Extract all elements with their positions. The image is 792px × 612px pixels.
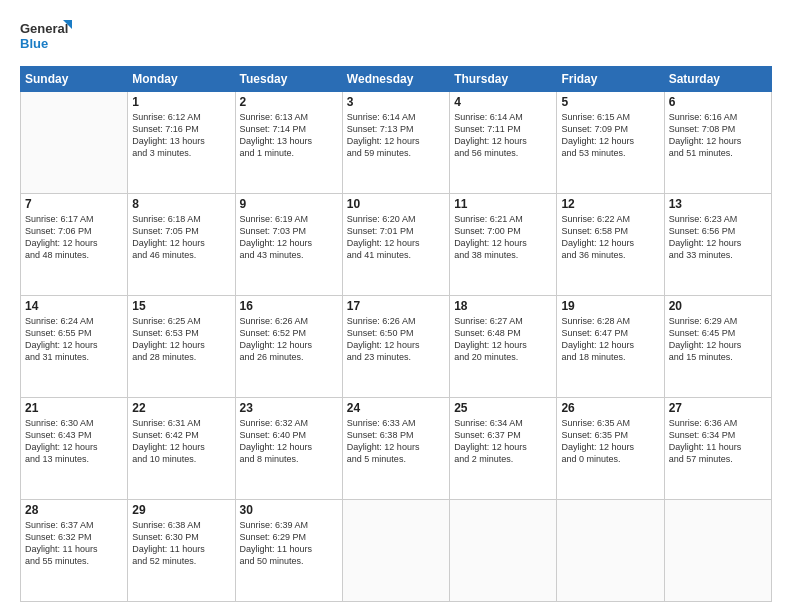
calendar-day-cell: 18Sunrise: 6:27 AMSunset: 6:48 PMDayligh…: [450, 296, 557, 398]
calendar-day-cell: [450, 500, 557, 602]
day-info: Sunrise: 6:34 AMSunset: 6:37 PMDaylight:…: [454, 417, 552, 466]
calendar-day-cell: 9Sunrise: 6:19 AMSunset: 7:03 PMDaylight…: [235, 194, 342, 296]
day-number: 3: [347, 95, 445, 109]
day-info: Sunrise: 6:12 AMSunset: 7:16 PMDaylight:…: [132, 111, 230, 160]
day-info: Sunrise: 6:17 AMSunset: 7:06 PMDaylight:…: [25, 213, 123, 262]
day-number: 26: [561, 401, 659, 415]
day-number: 18: [454, 299, 552, 313]
day-info: Sunrise: 6:26 AMSunset: 6:52 PMDaylight:…: [240, 315, 338, 364]
calendar-day-cell: 5Sunrise: 6:15 AMSunset: 7:09 PMDaylight…: [557, 92, 664, 194]
day-info: Sunrise: 6:15 AMSunset: 7:09 PMDaylight:…: [561, 111, 659, 160]
calendar-day-cell: 24Sunrise: 6:33 AMSunset: 6:38 PMDayligh…: [342, 398, 449, 500]
day-number: 30: [240, 503, 338, 517]
calendar-day-cell: 28Sunrise: 6:37 AMSunset: 6:32 PMDayligh…: [21, 500, 128, 602]
day-number: 12: [561, 197, 659, 211]
calendar-day-cell: [557, 500, 664, 602]
day-number: 21: [25, 401, 123, 415]
calendar-day-cell: 25Sunrise: 6:34 AMSunset: 6:37 PMDayligh…: [450, 398, 557, 500]
day-info: Sunrise: 6:23 AMSunset: 6:56 PMDaylight:…: [669, 213, 767, 262]
calendar-day-cell: 1Sunrise: 6:12 AMSunset: 7:16 PMDaylight…: [128, 92, 235, 194]
day-number: 22: [132, 401, 230, 415]
weekday-header: Wednesday: [342, 67, 449, 92]
day-info: Sunrise: 6:29 AMSunset: 6:45 PMDaylight:…: [669, 315, 767, 364]
calendar-day-cell: 3Sunrise: 6:14 AMSunset: 7:13 PMDaylight…: [342, 92, 449, 194]
day-number: 25: [454, 401, 552, 415]
day-number: 23: [240, 401, 338, 415]
calendar-week-row: 7Sunrise: 6:17 AMSunset: 7:06 PMDaylight…: [21, 194, 772, 296]
day-info: Sunrise: 6:14 AMSunset: 7:11 PMDaylight:…: [454, 111, 552, 160]
day-info: Sunrise: 6:36 AMSunset: 6:34 PMDaylight:…: [669, 417, 767, 466]
calendar-day-cell: 27Sunrise: 6:36 AMSunset: 6:34 PMDayligh…: [664, 398, 771, 500]
calendar-week-row: 14Sunrise: 6:24 AMSunset: 6:55 PMDayligh…: [21, 296, 772, 398]
svg-text:General: General: [20, 21, 68, 36]
calendar-day-cell: 2Sunrise: 6:13 AMSunset: 7:14 PMDaylight…: [235, 92, 342, 194]
day-number: 10: [347, 197, 445, 211]
calendar-header-row: SundayMondayTuesdayWednesdayThursdayFrid…: [21, 67, 772, 92]
day-info: Sunrise: 6:28 AMSunset: 6:47 PMDaylight:…: [561, 315, 659, 364]
day-info: Sunrise: 6:31 AMSunset: 6:42 PMDaylight:…: [132, 417, 230, 466]
calendar-day-cell: 23Sunrise: 6:32 AMSunset: 6:40 PMDayligh…: [235, 398, 342, 500]
day-number: 28: [25, 503, 123, 517]
calendar-day-cell: 29Sunrise: 6:38 AMSunset: 6:30 PMDayligh…: [128, 500, 235, 602]
day-number: 16: [240, 299, 338, 313]
calendar-day-cell: 15Sunrise: 6:25 AMSunset: 6:53 PMDayligh…: [128, 296, 235, 398]
day-info: Sunrise: 6:20 AMSunset: 7:01 PMDaylight:…: [347, 213, 445, 262]
day-number: 2: [240, 95, 338, 109]
day-number: 5: [561, 95, 659, 109]
weekday-header: Monday: [128, 67, 235, 92]
weekday-header: Sunday: [21, 67, 128, 92]
calendar-day-cell: [342, 500, 449, 602]
day-number: 13: [669, 197, 767, 211]
calendar-day-cell: 17Sunrise: 6:26 AMSunset: 6:50 PMDayligh…: [342, 296, 449, 398]
day-info: Sunrise: 6:18 AMSunset: 7:05 PMDaylight:…: [132, 213, 230, 262]
calendar-table: SundayMondayTuesdayWednesdayThursdayFrid…: [20, 66, 772, 602]
calendar-day-cell: 11Sunrise: 6:21 AMSunset: 7:00 PMDayligh…: [450, 194, 557, 296]
calendar-week-row: 1Sunrise: 6:12 AMSunset: 7:16 PMDaylight…: [21, 92, 772, 194]
day-info: Sunrise: 6:35 AMSunset: 6:35 PMDaylight:…: [561, 417, 659, 466]
day-number: 15: [132, 299, 230, 313]
day-number: 11: [454, 197, 552, 211]
day-info: Sunrise: 6:25 AMSunset: 6:53 PMDaylight:…: [132, 315, 230, 364]
day-number: 24: [347, 401, 445, 415]
calendar-day-cell: 19Sunrise: 6:28 AMSunset: 6:47 PMDayligh…: [557, 296, 664, 398]
day-number: 7: [25, 197, 123, 211]
weekday-header: Friday: [557, 67, 664, 92]
day-number: 29: [132, 503, 230, 517]
day-number: 14: [25, 299, 123, 313]
logo-svg: General Blue: [20, 18, 75, 56]
svg-text:Blue: Blue: [20, 36, 48, 51]
day-info: Sunrise: 6:30 AMSunset: 6:43 PMDaylight:…: [25, 417, 123, 466]
day-info: Sunrise: 6:26 AMSunset: 6:50 PMDaylight:…: [347, 315, 445, 364]
day-number: 27: [669, 401, 767, 415]
day-info: Sunrise: 6:33 AMSunset: 6:38 PMDaylight:…: [347, 417, 445, 466]
calendar-day-cell: 26Sunrise: 6:35 AMSunset: 6:35 PMDayligh…: [557, 398, 664, 500]
day-info: Sunrise: 6:39 AMSunset: 6:29 PMDaylight:…: [240, 519, 338, 568]
page-header: General Blue: [20, 18, 772, 56]
calendar-day-cell: 16Sunrise: 6:26 AMSunset: 6:52 PMDayligh…: [235, 296, 342, 398]
calendar-day-cell: 10Sunrise: 6:20 AMSunset: 7:01 PMDayligh…: [342, 194, 449, 296]
calendar-day-cell: 14Sunrise: 6:24 AMSunset: 6:55 PMDayligh…: [21, 296, 128, 398]
calendar-day-cell: [664, 500, 771, 602]
day-info: Sunrise: 6:16 AMSunset: 7:08 PMDaylight:…: [669, 111, 767, 160]
day-info: Sunrise: 6:22 AMSunset: 6:58 PMDaylight:…: [561, 213, 659, 262]
calendar-day-cell: 12Sunrise: 6:22 AMSunset: 6:58 PMDayligh…: [557, 194, 664, 296]
day-number: 17: [347, 299, 445, 313]
day-number: 19: [561, 299, 659, 313]
calendar-day-cell: 13Sunrise: 6:23 AMSunset: 6:56 PMDayligh…: [664, 194, 771, 296]
day-info: Sunrise: 6:24 AMSunset: 6:55 PMDaylight:…: [25, 315, 123, 364]
day-info: Sunrise: 6:27 AMSunset: 6:48 PMDaylight:…: [454, 315, 552, 364]
day-info: Sunrise: 6:14 AMSunset: 7:13 PMDaylight:…: [347, 111, 445, 160]
calendar-day-cell: 7Sunrise: 6:17 AMSunset: 7:06 PMDaylight…: [21, 194, 128, 296]
day-number: 20: [669, 299, 767, 313]
weekday-header: Tuesday: [235, 67, 342, 92]
calendar-day-cell: 4Sunrise: 6:14 AMSunset: 7:11 PMDaylight…: [450, 92, 557, 194]
day-number: 6: [669, 95, 767, 109]
day-number: 4: [454, 95, 552, 109]
day-info: Sunrise: 6:19 AMSunset: 7:03 PMDaylight:…: [240, 213, 338, 262]
day-number: 9: [240, 197, 338, 211]
calendar-week-row: 21Sunrise: 6:30 AMSunset: 6:43 PMDayligh…: [21, 398, 772, 500]
day-number: 1: [132, 95, 230, 109]
calendar-day-cell: [21, 92, 128, 194]
logo: General Blue: [20, 18, 75, 56]
calendar-week-row: 28Sunrise: 6:37 AMSunset: 6:32 PMDayligh…: [21, 500, 772, 602]
